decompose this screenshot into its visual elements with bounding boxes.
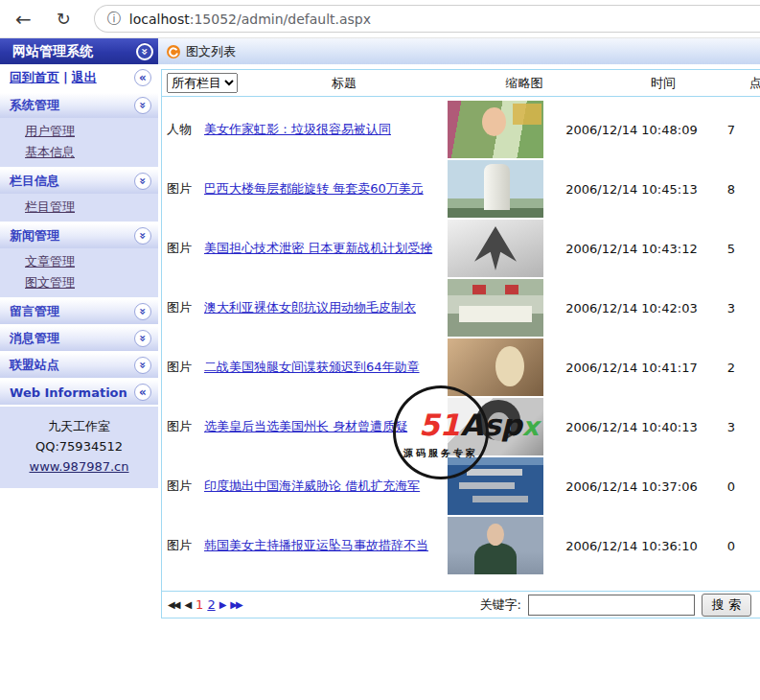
keyword-input[interactable] [528,595,695,616]
studio-name: 九天工作室 [0,416,158,436]
section-label: 联盟站点 [10,357,59,374]
sidebar-section-message[interactable]: 消息管理 » [0,326,158,351]
row-time: 2006/12/14 10:45:13 [545,182,718,197]
expand-button[interactable]: » [134,330,151,347]
row-title-link[interactable]: 澳大利亚裸体女郎抗议用动物毛皮制衣 [204,300,416,315]
section-label: 消息管理 [10,330,59,347]
row-category: 图片 [162,537,204,554]
row-title-link[interactable]: 印度抛出中国海洋威胁论 借机扩充海军 [204,478,420,493]
sidebar-collapse-button[interactable]: » [136,43,153,60]
table-footer: ◀◀ ◀ 1 2 ▶ ▶▶ 关键字: 搜 索 [162,591,760,618]
url-path: :15052/admin/default.aspx [190,12,371,27]
row-category: 图片 [162,418,204,435]
expand-button[interactable]: » [134,357,151,374]
sidebar-item-article-mgmt[interactable]: 文章管理 [0,251,158,272]
row-title-link[interactable]: 美国担心技术泄密 日本更新战机计划受挫 [204,241,432,255]
link-separator: | [63,70,68,84]
refresh-icon[interactable]: ↻ [57,11,71,28]
row-category: 图片 [162,359,204,376]
sidebar-item-column-mgmt[interactable]: 栏目管理 [0,197,158,218]
keyword-label: 关键字: [479,596,520,614]
thumbnail-image [448,457,543,515]
sidebar-section-column-info[interactable]: 栏目信息 » [0,169,158,194]
section-label: 新闻管理 [10,227,59,245]
thumbnail-image [448,160,543,218]
studio-website-link[interactable]: www.987987.cn [30,459,129,474]
back-icon[interactable]: ← [15,10,32,29]
expand-button[interactable]: » [134,227,151,245]
table-row: 图片 选美皇后当选美国州长 身材曾遭质疑 2006/12/14 10:40:13… [162,397,760,456]
sidebar-item-label[interactable]: 栏目管理 [25,199,75,214]
category-filter-select[interactable]: 所有栏目 [167,73,238,93]
next-page-button[interactable]: ▶ [219,599,227,610]
collapse-left-button[interactable]: « [134,69,151,86]
table-row: 图片 巴西大楼每层都能旋转 每套卖60万美元 2006/12/14 10:45:… [162,159,760,219]
row-time: 2006/12/14 10:43:12 [545,242,718,256]
column-header-clicks: 点击 [749,70,760,97]
row-clicks: 5 [718,242,745,256]
sidebar-link-home[interactable]: 回到首页 [10,70,59,84]
table-row: 图片 美国担心技术泄密 日本更新战机计划受挫 2006/12/14 10:43:… [162,219,760,278]
row-time: 2006/12/14 10:48:09 [545,123,718,137]
url-host: localhost [129,12,190,27]
row-time: 2006/12/14 10:37:06 [545,479,718,494]
chevron-down-icon: » [139,48,150,56]
url-bar[interactable]: ⓘ localhost:15052/admin/default.aspx [94,5,760,33]
sidebar-top-links: 回到首页|退出 « [0,64,158,91]
row-clicks: 0 [718,479,745,494]
thumbnail-image [448,338,543,396]
row-title-link[interactable]: 韩国美女主持播报亚运坠马事故措辞不当 [204,538,428,552]
table-row: 图片 韩国美女主持播报亚运坠马事故措辞不当 2006/12/14 10:36:1… [162,516,760,575]
sidebar-item-basic-info[interactable]: 基本信息 [0,142,158,163]
studio-qq: QQ:75934512 [0,436,158,456]
sidebar: 网站管理系统 » 回到首页|退出 « 系统管理 » 用户管理 基本信息 栏目信息… [0,38,158,700]
row-title-link[interactable]: 美女作家虹影：垃圾很容易被认同 [204,122,391,136]
search-button[interactable]: 搜 索 [702,594,751,617]
sidebar-section-system[interactable]: 系统管理 » [0,93,158,118]
row-time: 2006/12/14 10:42:03 [545,301,718,315]
expand-button[interactable]: » [134,173,151,190]
row-title-link[interactable]: 选美皇后当选美国州长 身材曾遭质疑 [204,419,407,433]
sidebar-section-news[interactable]: 新闻管理 » [0,223,158,248]
row-time: 2006/12/14 10:40:13 [545,420,718,434]
expand-button[interactable]: » [134,303,151,320]
sidebar-item-imagetext-mgmt[interactable]: 图文管理 [0,272,158,293]
thumbnail-image [448,279,543,337]
column-header-title: 标题 [311,70,378,97]
row-clicks: 0 [718,539,745,553]
sidebar-item-label[interactable]: 基本信息 [25,145,75,159]
row-category: 人物 [162,121,204,138]
sidebar-item-label[interactable]: 图文管理 [25,275,75,290]
sidebar-section-web-information[interactable]: Web Information « [0,380,158,405]
section-label: 栏目信息 [10,173,59,190]
last-page-button[interactable]: ▶▶ [230,599,242,610]
row-title-link[interactable]: 巴西大楼每层都能旋转 每套卖60万美元 [204,181,424,196]
sidebar-subgroup-column: 栏目管理 [0,194,158,222]
collapse-left-button[interactable]: « [134,384,151,401]
sidebar-item-label[interactable]: 文章管理 [25,254,75,268]
sidebar-section-guestbook[interactable]: 留言管理 » [0,299,158,324]
chevron-left-icon: « [139,386,147,398]
page-title: 图文列表 [186,43,236,60]
table-header-row: 所有栏目 标题 缩略图 时间 点击 [162,70,760,97]
current-page-number: 1 [196,597,203,612]
page-2-link[interactable]: 2 [207,597,215,612]
sidebar-item-label[interactable]: 用户管理 [25,124,75,138]
chevron-down-icon: » [137,308,149,315]
row-category: 图片 [162,240,204,257]
main-content: 图文列表 所有栏目 标题 缩略图 时间 点击 人物 美女作家虹影：垃圾很容易被认… [158,38,760,700]
row-clicks: 3 [718,301,745,315]
first-page-button[interactable]: ◀◀ [168,599,180,610]
sidebar-subgroup-news: 文章管理 图文管理 [0,248,158,297]
sidebar-link-logout[interactable]: 退出 [72,70,97,84]
expand-button[interactable]: » [134,97,151,114]
prev-page-button[interactable]: ◀ [184,599,192,610]
chevron-down-icon: » [137,362,149,369]
row-title-link[interactable]: 二战美国独腿女间谍获颁迟到64年勋章 [204,360,420,374]
row-clicks: 8 [718,182,745,197]
sidebar-section-alliance[interactable]: 联盟站点 » [0,353,158,378]
sidebar-item-user-mgmt[interactable]: 用户管理 [0,121,158,142]
thumbnail-image [448,398,543,455]
info-icon[interactable]: ⓘ [107,11,121,28]
pagination: ◀◀ ◀ 1 2 ▶ ▶▶ [168,597,243,612]
